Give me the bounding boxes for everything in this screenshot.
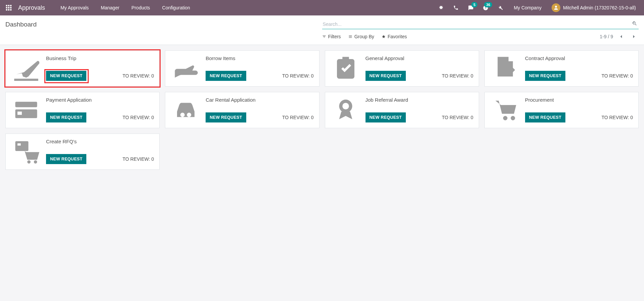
company-switcher[interactable]: My Company [509, 5, 546, 10]
svg-rect-8 [10, 9, 11, 10]
svg-rect-2 [10, 5, 11, 6]
to-review-link[interactable]: TO REVIEW: 0 [282, 115, 314, 120]
svg-point-9 [555, 6, 557, 8]
approval-type-card: Contract ApprovalNEW REQUESTTO REVIEW: 0 [484, 50, 639, 87]
search-icon[interactable] [632, 21, 637, 26]
new-request-button[interactable]: NEW REQUEST [366, 71, 406, 81]
approval-type-card: Payment ApplicationNEW REQUESTTO REVIEW:… [5, 92, 160, 128]
pager-prev[interactable] [616, 32, 626, 41]
card-body: Create RFQ'sNEW REQUESTTO REVIEW: 0 [46, 138, 154, 164]
list-icon [348, 35, 352, 39]
messages-badge: 5 [471, 2, 477, 7]
user-avatar [552, 3, 560, 12]
card-title: Procurement [525, 96, 633, 103]
card-actions: NEW REQUESTTO REVIEW: 0 [366, 112, 473, 122]
card-actions: NEW REQUESTTO REVIEW: 0 [525, 112, 633, 122]
approval-type-card: Business TripNEW REQUESTTO REVIEW: 0 [5, 50, 160, 87]
to-review-link[interactable]: TO REVIEW: 0 [601, 73, 633, 79]
debug-icon[interactable] [435, 0, 447, 15]
card-title: Business Trip [46, 55, 154, 61]
award-icon [331, 96, 361, 122]
new-request-button[interactable]: NEW REQUEST [366, 112, 406, 122]
messages-icon[interactable]: 5 [465, 0, 477, 15]
svg-rect-7 [8, 9, 9, 10]
to-review-link[interactable]: TO REVIEW: 0 [442, 73, 473, 79]
approval-type-card: General ApprovalNEW REQUESTTO REVIEW: 0 [325, 50, 479, 87]
card-actions: NEW REQUESTTO REVIEW: 0 [46, 154, 154, 164]
to-review-link[interactable]: TO REVIEW: 0 [601, 115, 633, 120]
tools-icon[interactable] [494, 0, 506, 15]
filters-button[interactable]: Filters [322, 34, 341, 39]
nav-my-approvals[interactable]: My Approvals [56, 0, 93, 15]
star-icon [382, 35, 386, 39]
card-body: Payment ApplicationNEW REQUESTTO REVIEW:… [46, 96, 154, 122]
card-actions: NEW REQUESTTO REVIEW: 0 [206, 71, 313, 81]
new-request-button[interactable]: NEW REQUEST [46, 112, 86, 122]
control-panel: Dashboard Filters Group By Favorites 1-9 [0, 15, 644, 45]
new-request-button[interactable]: NEW REQUEST [206, 112, 246, 122]
new-request-button[interactable]: NEW REQUEST [46, 154, 86, 164]
card-title: Car Rental Application [206, 96, 313, 103]
nav-products[interactable]: Products [127, 0, 155, 15]
chevron-left-icon [618, 34, 624, 40]
svg-rect-1 [8, 5, 9, 6]
new-request-button[interactable]: NEW REQUEST [525, 112, 565, 122]
plane-icon [11, 55, 41, 81]
search-input[interactable] [322, 19, 639, 29]
card-actions: NEW REQUESTTO REVIEW: 0 [46, 112, 154, 122]
nav-manager[interactable]: Manager [96, 0, 124, 15]
card-body: ProcurementNEW REQUESTTO REVIEW: 0 [525, 96, 633, 122]
card-actions: NEW REQUESTTO REVIEW: 0 [525, 71, 633, 81]
brand-title[interactable]: Approvals [18, 4, 45, 11]
card-actions: NEW REQUESTTO REVIEW: 0 [206, 112, 313, 122]
favorites-button[interactable]: Favorites [382, 34, 407, 39]
dashboard-grid: Business TripNEW REQUESTTO REVIEW: 0Borr… [0, 45, 644, 175]
svg-rect-6 [6, 9, 7, 10]
nav-configuration[interactable]: Configuration [158, 0, 195, 15]
user-name: Mitchell Admin (17320762-15-0-all) [563, 5, 636, 10]
approval-type-card: Borrow ItemsNEW REQUESTTO REVIEW: 0 [165, 50, 319, 87]
rfq-icon [11, 138, 41, 164]
card-title: Contract Approval [525, 55, 633, 61]
sign-icon [490, 55, 520, 81]
approval-type-card: ProcurementNEW REQUESTTO REVIEW: 0 [484, 92, 639, 128]
phone-icon[interactable] [450, 0, 462, 15]
card-body: Business TripNEW REQUESTTO REVIEW: 0 [46, 55, 154, 81]
top-nav: Approvals My Approvals Manager Products … [0, 0, 644, 15]
apps-icon[interactable] [5, 4, 12, 11]
hand-icon [171, 55, 201, 81]
card-title: Job Referral Award [366, 96, 473, 103]
user-menu[interactable]: Mitchell Admin (17320762-15-0-all) [549, 3, 639, 12]
svg-rect-5 [10, 7, 11, 8]
card-body: Car Rental ApplicationNEW REQUESTTO REVI… [206, 96, 313, 122]
to-review-link[interactable]: TO REVIEW: 0 [442, 115, 473, 120]
svg-rect-0 [6, 5, 7, 6]
chevron-right-icon [631, 34, 637, 40]
card-body: Borrow ItemsNEW REQUESTTO REVIEW: 0 [206, 55, 313, 81]
to-review-link[interactable]: TO REVIEW: 0 [123, 73, 154, 79]
activities-badge: 36 [484, 2, 492, 7]
filter-icon [322, 35, 326, 39]
filter-bar: Filters Group By Favorites 1-9 / 9 [322, 32, 639, 41]
card-title: Create RFQ's [46, 138, 154, 144]
card-title: Payment Application [46, 96, 154, 103]
to-review-link[interactable]: TO REVIEW: 0 [123, 156, 154, 162]
new-request-button[interactable]: NEW REQUEST [46, 71, 86, 81]
to-review-link[interactable]: TO REVIEW: 0 [282, 73, 314, 79]
cart-icon [490, 96, 520, 122]
activities-icon[interactable]: 36 [479, 0, 491, 15]
card-title: General Approval [366, 55, 473, 61]
to-review-link[interactable]: TO REVIEW: 0 [123, 115, 154, 120]
pager: 1-9 / 9 [600, 32, 639, 41]
card-actions: NEW REQUESTTO REVIEW: 0 [46, 71, 154, 81]
new-request-button[interactable]: NEW REQUEST [206, 71, 246, 81]
group-by-button[interactable]: Group By [348, 34, 374, 39]
clipboard-icon [331, 55, 361, 81]
pager-next[interactable] [629, 32, 639, 41]
page-title: Dashboard [5, 21, 37, 28]
card-body: General ApprovalNEW REQUESTTO REVIEW: 0 [366, 55, 473, 81]
new-request-button[interactable]: NEW REQUEST [525, 71, 565, 81]
approval-type-card: Create RFQ'sNEW REQUESTTO REVIEW: 0 [5, 134, 160, 170]
pager-text: 1-9 / 9 [600, 34, 613, 39]
card-icon [11, 96, 41, 122]
